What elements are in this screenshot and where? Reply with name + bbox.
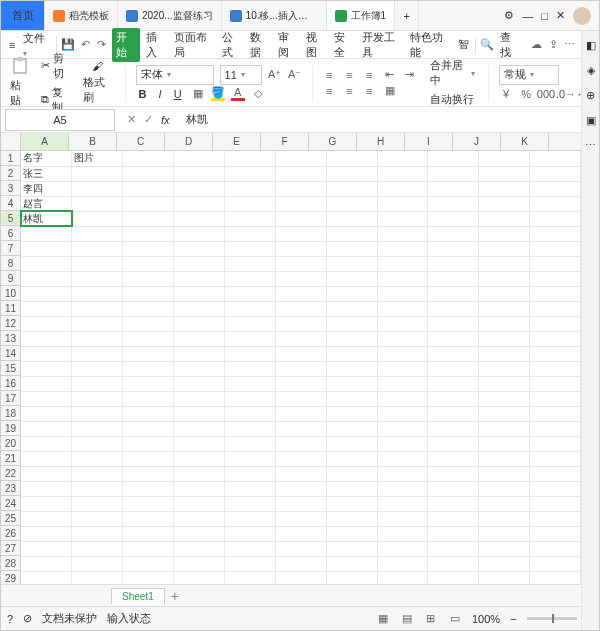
cell[interactable] xyxy=(428,481,479,496)
cell[interactable] xyxy=(21,286,72,301)
column-header[interactable]: I xyxy=(405,133,453,150)
cell[interactable] xyxy=(377,556,428,571)
cell[interactable] xyxy=(530,331,581,346)
cell[interactable] xyxy=(326,331,377,346)
cell[interactable] xyxy=(123,316,174,331)
cell[interactable] xyxy=(174,526,225,541)
cell[interactable] xyxy=(326,301,377,316)
cell[interactable] xyxy=(275,211,326,226)
cell[interactable] xyxy=(123,196,174,211)
cell[interactable] xyxy=(224,301,275,316)
cells-area[interactable]: 名字图片张三李四赵言林凯 xyxy=(21,151,581,600)
cell[interactable] xyxy=(377,421,428,436)
cell[interactable] xyxy=(174,226,225,241)
row-header[interactable]: 4 xyxy=(1,196,20,211)
cell[interactable] xyxy=(123,496,174,511)
cell[interactable] xyxy=(326,541,377,556)
indent-increase-icon[interactable]: ⇥ xyxy=(403,68,417,82)
cell[interactable] xyxy=(123,211,174,226)
cell[interactable] xyxy=(479,361,530,376)
cell[interactable] xyxy=(174,511,225,526)
cell[interactable] xyxy=(224,361,275,376)
cloud-icon[interactable]: ☁ xyxy=(530,38,543,52)
cell[interactable] xyxy=(275,451,326,466)
cell[interactable] xyxy=(275,151,326,166)
cell[interactable] xyxy=(479,346,530,361)
cell[interactable] xyxy=(428,526,479,541)
tab-doc1[interactable]: 2020...监督练习 xyxy=(118,1,222,30)
cell[interactable] xyxy=(72,286,123,301)
cell[interactable] xyxy=(326,526,377,541)
cell[interactable] xyxy=(72,166,123,181)
cell[interactable] xyxy=(21,526,72,541)
column-header[interactable]: F xyxy=(261,133,309,150)
cell[interactable] xyxy=(275,346,326,361)
cell[interactable] xyxy=(530,481,581,496)
sheet-tab[interactable]: Sheet1 xyxy=(111,588,165,604)
row-header[interactable]: 17 xyxy=(1,391,20,406)
cell[interactable] xyxy=(530,226,581,241)
cell[interactable] xyxy=(530,151,581,166)
cell[interactable] xyxy=(224,526,275,541)
cell[interactable] xyxy=(123,226,174,241)
font-color-icon[interactable]: A xyxy=(231,87,245,101)
cell[interactable] xyxy=(21,271,72,286)
cell[interactable] xyxy=(174,211,225,226)
row-header[interactable]: 13 xyxy=(1,331,20,346)
cell[interactable] xyxy=(123,511,174,526)
column-header[interactable]: K xyxy=(501,133,549,150)
cell[interactable] xyxy=(428,226,479,241)
cell[interactable] xyxy=(479,376,530,391)
cell[interactable] xyxy=(428,391,479,406)
cell[interactable] xyxy=(224,316,275,331)
rail-icon[interactable]: ⊕ xyxy=(586,89,595,102)
decrease-font-icon[interactable]: A⁻ xyxy=(288,68,302,82)
cell[interactable] xyxy=(123,541,174,556)
cell[interactable] xyxy=(123,166,174,181)
cell[interactable] xyxy=(428,181,479,196)
cell[interactable] xyxy=(174,166,225,181)
cell[interactable]: 李四 xyxy=(21,181,72,196)
cell[interactable]: 张三 xyxy=(21,166,72,181)
row-header[interactable]: 18 xyxy=(1,406,20,421)
ribbon-tab-smart[interactable]: 智 xyxy=(456,37,471,52)
cell[interactable] xyxy=(428,151,479,166)
row-header[interactable]: 15 xyxy=(1,361,20,376)
align-right-icon[interactable]: ≡ xyxy=(363,84,377,98)
cell[interactable] xyxy=(174,316,225,331)
cell[interactable] xyxy=(224,406,275,421)
view-break-icon[interactable]: ⊞ xyxy=(424,612,438,626)
row-header[interactable]: 1 xyxy=(1,151,20,166)
cell[interactable] xyxy=(479,301,530,316)
cell[interactable] xyxy=(21,376,72,391)
fill-color-icon[interactable]: 🪣 xyxy=(211,87,225,101)
cell[interactable] xyxy=(224,451,275,466)
cell[interactable] xyxy=(123,466,174,481)
cell[interactable] xyxy=(72,556,123,571)
ribbon-tab-view[interactable]: 视图 xyxy=(304,30,328,60)
cell[interactable] xyxy=(174,541,225,556)
cell[interactable] xyxy=(326,511,377,526)
cell[interactable] xyxy=(428,241,479,256)
cell[interactable] xyxy=(377,241,428,256)
search-icon[interactable]: 🔍 xyxy=(480,38,494,52)
cell[interactable] xyxy=(377,361,428,376)
cell[interactable] xyxy=(72,301,123,316)
cell[interactable] xyxy=(174,256,225,271)
cell[interactable]: 林凯 xyxy=(21,211,72,226)
cell[interactable] xyxy=(224,556,275,571)
format-painter-button[interactable]: 🖌 格式刷 xyxy=(80,59,115,106)
cell[interactable] xyxy=(377,286,428,301)
cell[interactable] xyxy=(72,376,123,391)
cell[interactable] xyxy=(123,286,174,301)
cell[interactable] xyxy=(174,151,225,166)
cell[interactable] xyxy=(275,541,326,556)
ribbon-tab-review[interactable]: 审阅 xyxy=(276,30,300,60)
row-header[interactable]: 25 xyxy=(1,511,20,526)
cell[interactable] xyxy=(377,226,428,241)
cell[interactable] xyxy=(275,556,326,571)
percent-icon[interactable]: % xyxy=(519,87,533,101)
cell[interactable] xyxy=(72,511,123,526)
cell[interactable]: 图片 xyxy=(72,151,123,166)
cell[interactable] xyxy=(72,421,123,436)
